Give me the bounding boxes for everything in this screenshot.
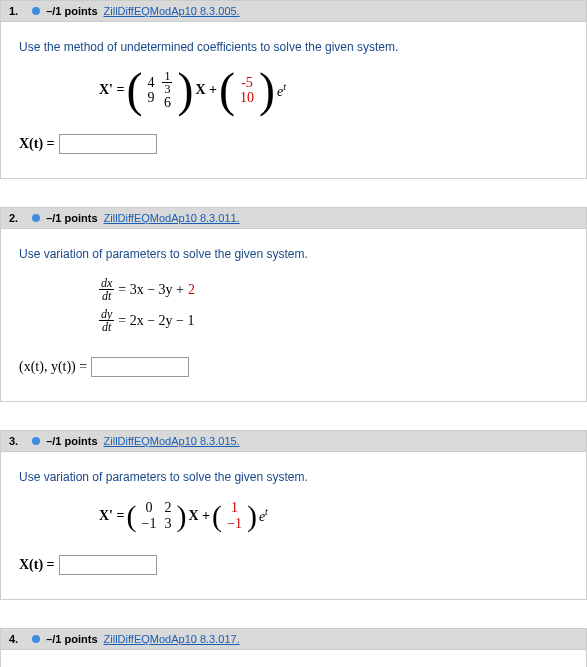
status-icon: [32, 214, 40, 222]
matrix-cell: 0: [141, 500, 156, 515]
source-link[interactable]: ZillDiffEQModAp10 8.3.005.: [104, 5, 240, 17]
matrix-col-2: 13 6: [159, 70, 175, 110]
answer-input[interactable]: [59, 134, 157, 154]
answer-label: X(t) =: [19, 136, 55, 152]
question-body: Use variation of parameters to solve the…: [1, 649, 586, 667]
points-label: –/1 points: [46, 633, 97, 645]
equation-row-2: dy dt = 2x − 2y − 1: [99, 308, 568, 333]
question-body: Use variation of parameters to solve the…: [1, 451, 586, 599]
question-number: 2.: [9, 212, 26, 224]
equation-system: dx dt = 3x − 3y + 2 dy dt = 2x − 2y − 1: [99, 277, 568, 333]
prompt-text: Use the method of undetermined coefficie…: [19, 40, 568, 54]
question-2: 2. –/1 points ZillDiffEQModAp10 8.3.011.…: [0, 207, 587, 402]
derivative: dy dt: [99, 308, 114, 333]
forcing-term: et: [259, 506, 268, 525]
matrix-col-1: 4 9: [144, 75, 157, 106]
equation-row-1: dx dt = 3x − 3y + 2: [99, 277, 568, 302]
rhs-text: = 3x − 3y +: [118, 282, 184, 298]
points-label: –/1 points: [46, 212, 97, 224]
matrix-cell: 6: [162, 95, 172, 110]
vector-cell: 10: [240, 90, 254, 105]
status-icon: [32, 437, 40, 445]
answer-row: X(t) =: [19, 134, 568, 154]
forcing-term: et: [277, 81, 286, 100]
answer-row: X(t) =: [19, 555, 568, 575]
source-link[interactable]: ZillDiffEQModAp10 8.3.017.: [104, 633, 240, 645]
points-label: –/1 points: [46, 435, 97, 447]
label-xvar: X +: [195, 82, 217, 98]
question-body: Use variation of parameters to solve the…: [1, 228, 586, 401]
vector-cell: −1: [227, 516, 242, 531]
matrix-cell: 3: [164, 516, 171, 531]
label-xprime: X' =: [99, 82, 124, 98]
rhs-constant: 2: [188, 282, 195, 298]
question-header: 1. –/1 points ZillDiffEQModAp10 8.3.005.: [1, 1, 586, 21]
source-link[interactable]: ZillDiffEQModAp10 8.3.011.: [104, 212, 240, 224]
points-label: –/1 points: [46, 5, 97, 17]
question-4: 4. –/1 points ZillDiffEQModAp10 8.3.017.…: [0, 628, 587, 667]
status-icon: [32, 635, 40, 643]
prompt-text: Use variation of parameters to solve the…: [19, 470, 568, 484]
label-xprime: X' =: [99, 508, 124, 524]
status-icon: [32, 7, 40, 15]
question-1: 1. –/1 points ZillDiffEQModAp10 8.3.005.…: [0, 0, 587, 179]
answer-input[interactable]: [59, 555, 157, 575]
vector-col: -5 10: [237, 75, 257, 106]
matrix-cell: −1: [141, 516, 156, 531]
question-number: 3.: [9, 435, 26, 447]
question-header: 3. –/1 points ZillDiffEQModAp10 8.3.015.: [1, 431, 586, 451]
question-header: 2. –/1 points ZillDiffEQModAp10 8.3.011.: [1, 208, 586, 228]
matrix-col-2: 2 3: [161, 500, 174, 531]
rhs-text: = 2x − 2y − 1: [118, 313, 194, 329]
vector-cell: -5: [240, 75, 254, 90]
question-number: 1.: [9, 5, 26, 17]
question-header: 4. –/1 points ZillDiffEQModAp10 8.3.017.: [1, 629, 586, 649]
answer-row: (x(t), y(t)) =: [19, 357, 568, 377]
vector-col: 1 −1: [224, 500, 245, 531]
answer-label: X(t) =: [19, 557, 55, 573]
question-body: Use the method of undetermined coefficie…: [1, 21, 586, 178]
equation-display: X' = ( 4 9 13 6 ) X + ( -5 10 ) et: [99, 70, 568, 110]
matrix-cell: 13: [162, 70, 172, 95]
equation-display: X' = ( 0 −1 2 3 ) X + ( 1 −1 ) et: [99, 500, 568, 531]
label-xvar: X +: [188, 508, 210, 524]
source-link[interactable]: ZillDiffEQModAp10 8.3.015.: [104, 435, 240, 447]
matrix-cell: 2: [164, 500, 171, 515]
matrix-cell: 4: [147, 75, 154, 90]
question-3: 3. –/1 points ZillDiffEQModAp10 8.3.015.…: [0, 430, 587, 600]
answer-label: (x(t), y(t)) =: [19, 359, 87, 375]
prompt-text: Use variation of parameters to solve the…: [19, 247, 568, 261]
matrix-cell: 9: [147, 90, 154, 105]
question-number: 4.: [9, 633, 26, 645]
answer-input[interactable]: [91, 357, 189, 377]
matrix-col-1: 0 −1: [138, 500, 159, 531]
vector-cell: 1: [227, 500, 242, 515]
derivative: dx dt: [99, 277, 114, 302]
